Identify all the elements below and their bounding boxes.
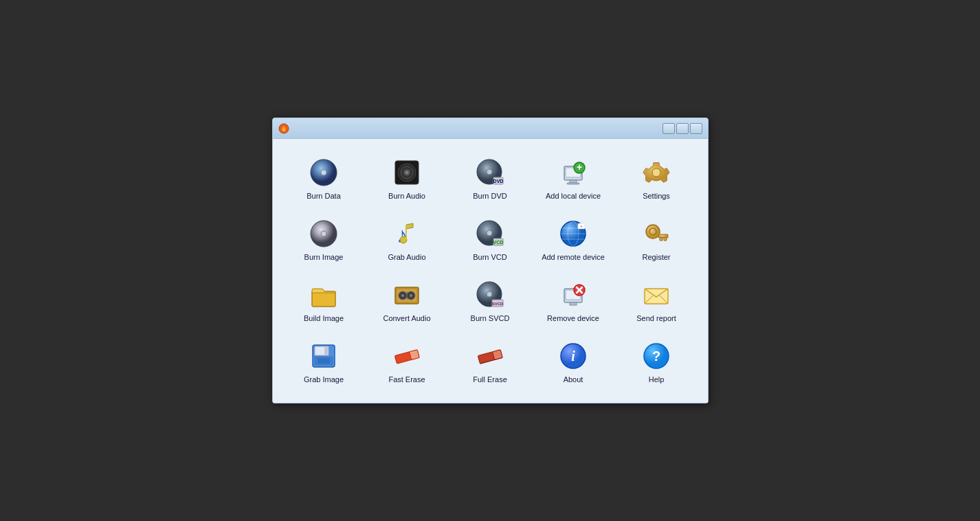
settings-icon (641, 157, 672, 188)
icon-grab-image[interactable]: Grab Image (284, 333, 364, 392)
grab-audio-label: Grab Audio (388, 252, 425, 262)
send-report-icon (641, 279, 672, 311)
burn-dvd-icon: DVD (474, 157, 506, 188)
burn-dvd-label: Burn DVD (473, 191, 507, 201)
window-controls (662, 123, 702, 134)
icon-burn-dvd[interactable]: DVD Burn DVD (450, 150, 531, 208)
add-remote-device-label: Add remote device (542, 252, 605, 262)
icon-grab-audio[interactable]: ♪ Grab Audio (367, 211, 447, 269)
svg-text:SVCD: SVCD (492, 302, 504, 306)
icon-full-erase[interactable]: Full Erase (450, 333, 531, 392)
burn-audio-label: Burn Audio (388, 191, 425, 201)
icon-about[interactable]: i About (533, 333, 614, 392)
icon-grid: Burn Data Burn Audio DVD Burn DVD + Add (284, 150, 697, 392)
minimize-button[interactable] (662, 123, 675, 134)
burn-data-label: Burn Data (307, 191, 341, 201)
send-report-label: Send report (636, 313, 676, 323)
full-erase-label: Full Erase (473, 375, 507, 384)
svg-rect-38 (664, 238, 667, 241)
remove-device-icon (557, 279, 589, 311)
svg-text:+: + (577, 162, 582, 173)
svg-rect-62 (324, 346, 328, 355)
burn-vcd-label: Burn VCD (473, 252, 507, 262)
burn-audio-icon (391, 157, 423, 188)
fast-erase-icon (391, 340, 423, 372)
title-bar (273, 118, 708, 139)
svg-point-44 (401, 294, 404, 297)
grab-image-label: Grab Image (304, 375, 344, 384)
app-icon (278, 123, 289, 134)
icon-add-local-device[interactable]: + Add local device (533, 150, 614, 208)
burn-svcd-label: Burn SVCD (471, 313, 510, 323)
burn-svcd-icon: SVCD (474, 279, 506, 311)
add-remote-device-icon: + (557, 218, 589, 250)
remove-device-label: Remove device (547, 313, 599, 323)
svg-point-35 (646, 225, 660, 239)
icon-burn-svcd[interactable]: SVCD Burn SVCD (450, 272, 531, 331)
icon-settings[interactable]: Settings (616, 150, 697, 208)
icon-burn-image[interactable]: Burn Image (284, 211, 364, 269)
svg-rect-15 (567, 183, 579, 184)
svg-rect-39 (660, 238, 662, 241)
build-image-label: Build Image (304, 313, 344, 323)
svg-point-18 (652, 168, 660, 177)
convert-audio-icon (391, 279, 423, 311)
convert-audio-label: Convert Audio (383, 313, 430, 323)
grab-image-icon (308, 340, 339, 372)
icon-send-report[interactable]: Send report (616, 272, 697, 331)
svg-rect-14 (570, 180, 577, 183)
grab-audio-icon: ♪ (391, 218, 423, 250)
svg-text:+: + (581, 224, 583, 228)
register-icon (641, 218, 672, 250)
content-area: Burn Data Burn Audio DVD Burn DVD + Add (273, 139, 708, 403)
svg-point-7 (405, 171, 408, 174)
fast-erase-label: Fast Erase (388, 375, 425, 384)
icon-burn-vcd[interactable]: VCD Burn VCD (450, 211, 531, 269)
svg-text:DVD: DVD (493, 179, 504, 184)
add-local-device-icon: + (557, 157, 589, 188)
icon-register[interactable]: Register (616, 211, 697, 269)
burn-data-icon (308, 157, 339, 188)
burn-vcd-icon: VCD (474, 218, 506, 250)
burn-image-label: Burn Image (304, 252, 344, 262)
icon-build-image[interactable]: Build Image (284, 272, 364, 331)
title-bar-left (278, 123, 293, 134)
close-button[interactable] (690, 123, 702, 134)
svg-rect-66 (410, 350, 420, 360)
icon-burn-data[interactable]: Burn Data (284, 150, 364, 208)
help-icon: ? (641, 340, 672, 372)
svg-point-25 (487, 230, 492, 236)
svg-point-50 (487, 291, 492, 297)
add-local-device-label: Add local device (546, 191, 601, 201)
icon-help[interactable]: ? Help (616, 333, 697, 392)
svg-rect-37 (658, 234, 668, 238)
icon-remove-device[interactable]: Remove device (533, 272, 614, 331)
build-image-icon (308, 279, 339, 311)
settings-label: Settings (643, 191, 670, 201)
svg-point-46 (410, 294, 412, 297)
about-label: About (564, 375, 583, 384)
svg-text:i: i (571, 348, 575, 364)
svg-point-9 (487, 169, 492, 175)
icon-burn-audio[interactable]: Burn Audio (367, 150, 447, 208)
register-label: Register (643, 252, 671, 262)
icon-add-remote-device[interactable]: + Add remote device (533, 211, 614, 269)
main-window: Burn Data Burn Audio DVD Burn DVD + Add (272, 118, 709, 403)
about-icon: i (557, 340, 589, 372)
burn-image-icon (308, 218, 339, 250)
icon-convert-audio[interactable]: Convert Audio (367, 272, 447, 331)
restore-button[interactable] (676, 123, 689, 134)
icon-fast-erase[interactable]: Fast Erase (367, 333, 447, 392)
svg-point-20 (321, 231, 326, 236)
svg-rect-55 (570, 302, 577, 305)
svg-rect-40 (312, 291, 335, 307)
help-label: Help (649, 375, 665, 384)
svg-point-2 (321, 170, 326, 175)
svg-text:VCD: VCD (493, 240, 504, 245)
full-erase-icon (474, 340, 506, 372)
svg-text:?: ? (652, 348, 660, 364)
svg-rect-64 (318, 358, 330, 364)
